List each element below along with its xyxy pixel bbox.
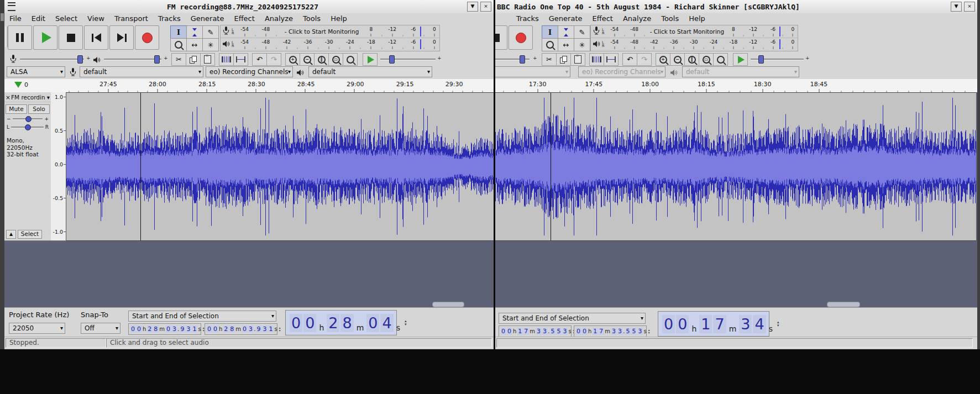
big-time-digit[interactable]: 0 [676, 315, 689, 333]
snap-to-dropdown[interactable]: Off▾ [81, 323, 120, 334]
big-time-digit[interactable]: 0 [290, 314, 302, 332]
close-button[interactable]: × [964, 2, 975, 12]
zoom-in-button[interactable]: + [285, 53, 300, 66]
record-button[interactable] [509, 25, 533, 50]
playback-device-dropdown[interactable]: default▾ [308, 66, 432, 77]
title-bar[interactable]: FM recording@88.7MHz_20240925175227 ▼ × [4, 0, 494, 14]
track-header[interactable]: × FM recordin ▾ [4, 92, 51, 102]
spinner[interactable]: ▴▾ [648, 329, 650, 334]
selection-tool-button[interactable]: I [170, 25, 187, 39]
menu-tracks[interactable]: Tracks [153, 14, 186, 23]
redo-button[interactable]: ↷ [637, 53, 652, 66]
project-rate-dropdown[interactable]: 22050▾ [9, 323, 65, 334]
audio-position-display[interactable]: 00h17m34s▴▾ [658, 311, 769, 337]
envelope-tool-button[interactable] [558, 25, 574, 39]
timeshift-tool-button[interactable]: ↔ [558, 38, 574, 51]
stop-button[interactable] [59, 25, 83, 50]
selection-end-field[interactable]: 00h17m33.553s▴▾ [574, 325, 647, 337]
trim-audio-button[interactable] [589, 53, 604, 66]
timeline-scale[interactable]: 27:4528:0028:1528:3028:4529:0029:1529:30 [66, 79, 490, 92]
playback-meter[interactable]: -54-48-42-36-30-24-18-12-60 [607, 38, 798, 50]
timeline-ruler[interactable]: 17:3017:4518:0018:1518:3018:45 [495, 79, 977, 93]
play-at-speed-button[interactable] [363, 53, 378, 66]
window-border[interactable] [0, 0, 4, 349]
resize-handle[interactable] [1, 13, 4, 21]
recording-device-dropdown[interactable]: ▾ [494, 66, 570, 77]
menu-effect[interactable]: Effect [229, 14, 259, 23]
spinner[interactable]: ▴▾ [405, 319, 407, 327]
audio-host-dropdown[interactable]: ALSA▾ [7, 66, 65, 77]
multi-tool-button[interactable]: ✳ [574, 38, 590, 51]
play-speed-slider[interactable] [751, 52, 804, 66]
fit-project-button[interactable]: ▭ [328, 53, 343, 66]
collapse-track-button[interactable]: ▲ [6, 230, 16, 239]
copy-button[interactable] [556, 53, 571, 66]
shade-button[interactable]: ▼ [951, 2, 962, 12]
mute-button[interactable]: Mute [6, 104, 27, 114]
selection-tool-button[interactable]: I [542, 25, 558, 39]
window-border[interactable] [977, 0, 980, 349]
paste-button[interactable] [570, 53, 585, 66]
play-at-speed-button[interactable] [733, 53, 748, 66]
paste-button[interactable] [200, 53, 215, 66]
record-button[interactable] [135, 25, 159, 50]
big-time-digit[interactable]: 0 [662, 315, 675, 333]
vertical-scale-ruler[interactable]: 1.00.50.0-0.5-1.0 [51, 92, 66, 241]
horizontal-scrollbar-thumb[interactable] [827, 302, 860, 307]
big-time-digit[interactable]: 7 [713, 315, 726, 333]
skip-to-end-button[interactable] [109, 25, 134, 50]
stop-button[interactable] [494, 25, 507, 50]
waveform-canvas[interactable] [66, 93, 494, 240]
spinner[interactable]: ▴▾ [777, 321, 779, 328]
menu-tools[interactable]: Tools [656, 14, 684, 23]
playback-volume-slider[interactable] [494, 52, 530, 66]
horizontal-scrollbar-thumb[interactable] [432, 302, 464, 307]
skip-to-start-button[interactable] [84, 25, 108, 50]
menu-help[interactable]: Help [684, 14, 710, 23]
cut-button[interactable]: ✂ [542, 53, 557, 66]
big-time-digit[interactable]: 1 [699, 315, 712, 333]
undo-button[interactable]: ↶ [622, 53, 637, 66]
playback-meter[interactable]: -54-48-42-36-30-24-18-12-60 [237, 38, 439, 50]
big-time-digit[interactable]: 4 [753, 315, 766, 333]
big-time-digit[interactable]: 0 [303, 314, 316, 332]
big-time-digit[interactable]: 0 [366, 314, 379, 332]
playback-volume-slider[interactable] [104, 52, 161, 66]
big-time-digit[interactable]: 3 [739, 315, 752, 333]
zoom-tool-button[interactable] [542, 38, 558, 51]
empty-track-workspace[interactable] [495, 241, 977, 307]
audio-position-display[interactable]: 00h28m04s▴▾ [285, 310, 397, 335]
selection-start-field[interactable]: 00h28m03.931s▴▾ [128, 323, 201, 335]
big-time-digit[interactable]: 8 [340, 314, 353, 332]
recording-meter[interactable]: - Click to Start Monitoring -54-488-12-6… [607, 25, 798, 38]
menu-analyze[interactable]: Analyze [618, 14, 656, 23]
menu-tools[interactable]: Tools [298, 14, 326, 23]
selection-mode-dropdown[interactable]: Start and End of Selection▾ [128, 311, 276, 322]
pan-slider[interactable]: L R [4, 122, 51, 130]
selection-start-field[interactable]: 00h17m33.553s▴▾ [499, 325, 572, 337]
empty-track-workspace[interactable] [4, 241, 494, 307]
quickplay-pin-icon[interactable] [14, 82, 22, 88]
waveform-view[interactable] [495, 92, 976, 241]
slider-thumb[interactable] [77, 55, 83, 64]
pan-thumb[interactable] [25, 124, 31, 130]
timeline-scale[interactable]: 17:3017:4518:0018:1518:3018:45 [495, 79, 976, 92]
big-time-digit[interactable]: 4 [380, 314, 393, 332]
zoom-in-button[interactable]: + [656, 53, 670, 66]
gain-slider[interactable]: − + [4, 114, 51, 122]
silence-audio-button[interactable] [233, 53, 248, 66]
playback-device-dropdown[interactable]: default▾ [682, 66, 799, 77]
undo-button[interactable]: ↶ [252, 53, 267, 66]
draw-tool-button[interactable]: ✎ [202, 25, 219, 39]
pause-button[interactable] [8, 25, 32, 50]
monitoring-message[interactable]: - Click to Start Monitoring [277, 25, 366, 38]
fit-project-button[interactable]: ▭ [699, 53, 714, 66]
window-menu-icon[interactable] [8, 2, 15, 11]
play-button[interactable] [33, 25, 57, 50]
fit-selection-button[interactable]: ‖ [314, 53, 329, 66]
monitoring-message[interactable]: - Click to Start Monitoring [645, 25, 729, 38]
microphone-icon[interactable] [221, 27, 232, 37]
fit-selection-button[interactable]: ‖ [684, 53, 699, 66]
menu-tracks[interactable]: Tracks [511, 14, 544, 23]
waveform-canvas[interactable] [495, 93, 976, 240]
